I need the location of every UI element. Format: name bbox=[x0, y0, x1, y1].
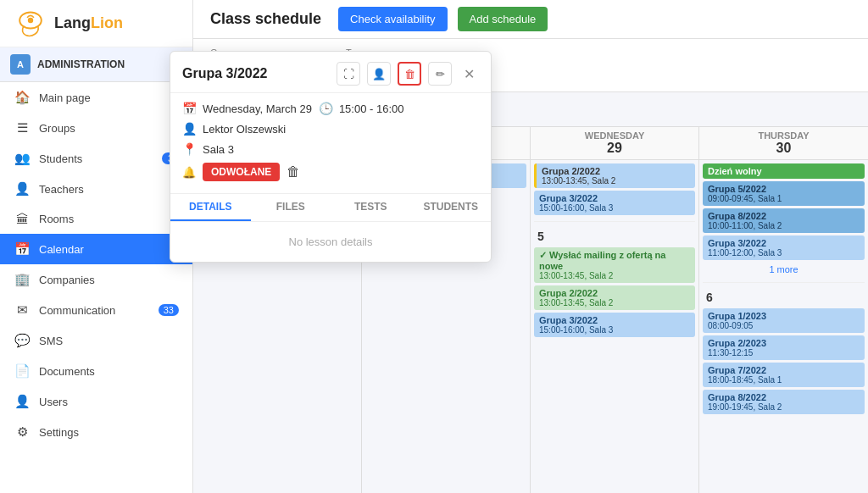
popup-body: 📅 Wednesday, March 29 🕒 15:00 - 16:00 👤 … bbox=[170, 93, 491, 193]
cal-col-thursday: THURSDAY 30 Dzień wolnyGrupa 5/202209:00… bbox=[699, 127, 868, 493]
nav-label-companies: Companies bbox=[39, 274, 179, 286]
popup-teacher-row: 👤 Lektor Olszewski bbox=[182, 122, 479, 136]
event-item[interactable]: Grupa 8/202219:00-19:45, Sala 2 bbox=[703, 390, 865, 414]
event-item[interactable]: ✓ Wysłać mailing z ofertą na nowe13:00-1… bbox=[534, 247, 695, 283]
page-title: Class schedule bbox=[210, 10, 321, 28]
fullscreen-button[interactable]: ⛶ bbox=[337, 62, 360, 86]
event-item[interactable]: Grupa 2/202213:00-13:45, Sala 2 bbox=[534, 285, 695, 310]
logo-text: LangLion bbox=[54, 14, 123, 32]
sidebar-item-main-page[interactable]: 🏠 Main page bbox=[0, 82, 192, 113]
sidebar-item-users[interactable]: 👤 Users bbox=[0, 386, 192, 417]
nav-label-rooms: Rooms bbox=[39, 213, 179, 225]
person-icon: 👤 bbox=[182, 122, 196, 136]
nav-icon-communication: ✉ bbox=[14, 302, 31, 318]
sidebar-item-companies[interactable]: 🏢 Companies bbox=[0, 264, 192, 295]
nav-list: 🏠 Main page ☰ Groups 👥 Students 3 👤 Teac… bbox=[0, 82, 192, 447]
nav-icon-users: 👤 bbox=[14, 394, 31, 409]
sidebar-item-students[interactable]: 👥 Students 3 bbox=[0, 143, 192, 174]
sidebar-item-settings[interactable]: ⚙ Settings bbox=[0, 417, 192, 447]
admin-label: ADMINISTRATION bbox=[37, 58, 178, 70]
popup-tab-details[interactable]: DETAILS bbox=[170, 194, 251, 221]
nav-label-sms: SMS bbox=[39, 335, 179, 347]
popup-room: Sala 3 bbox=[203, 143, 234, 156]
popup-date: Wednesday, March 29 bbox=[203, 102, 312, 115]
day-name-3: THURSDAY bbox=[706, 130, 861, 141]
status-badge: ODWOŁANE bbox=[203, 163, 280, 181]
delete-button[interactable]: 🗑 bbox=[398, 62, 421, 86]
popup-tab-students[interactable]: STUDENTS bbox=[411, 194, 492, 221]
popup-tab-content: No lesson details bbox=[170, 221, 491, 262]
nav-icon-documents: 📄 bbox=[14, 363, 31, 379]
nav-label-documents: Documents bbox=[39, 365, 179, 378]
clock-icon: 🕒 bbox=[319, 102, 332, 115]
svg-point-1 bbox=[28, 17, 33, 22]
event-item[interactable]: Grupa 1/202308:00-09:05 bbox=[703, 308, 865, 333]
nav-icon-companies: 🏢 bbox=[14, 272, 31, 287]
popup-time: 15:00 - 16:00 bbox=[339, 102, 404, 115]
sidebar-item-documents[interactable]: 📄 Documents bbox=[0, 356, 192, 386]
close-button[interactable]: ✕ bbox=[459, 64, 479, 84]
event-popup[interactable]: Grupa 3/2022 ⛶ 👤 🗑 ✏ ✕ 📅 Wednesday, Marc… bbox=[170, 51, 492, 263]
nav-icon-calendar: 📅 bbox=[14, 241, 31, 257]
logo-image bbox=[14, 7, 47, 41]
nav-label-teachers: Teachers bbox=[39, 183, 179, 196]
calendar-small-icon: 📅 bbox=[182, 102, 196, 115]
event-item[interactable]: Grupa 2/202311:30-12:15 bbox=[703, 335, 865, 360]
popup-teacher: Lektor Olszewski bbox=[203, 123, 286, 136]
popup-tab-files[interactable]: FILES bbox=[251, 194, 331, 221]
admin-avatar: A bbox=[10, 54, 31, 75]
nav-label-users: Users bbox=[39, 396, 179, 408]
sidebar-item-sms[interactable]: 💬 SMS bbox=[0, 325, 192, 356]
sidebar-item-communication[interactable]: ✉ Communication 33 bbox=[0, 295, 192, 325]
nav-label-calendar: Calendar bbox=[39, 243, 179, 256]
nav-icon-students: 👥 bbox=[14, 151, 31, 166]
cal-events-3: Dzień wolnyGrupa 5/202209:00-09:45, Sala… bbox=[699, 160, 868, 493]
add-person-button[interactable]: 👤 bbox=[367, 62, 391, 86]
popup-room-row: 📍 Sala 3 bbox=[182, 142, 479, 156]
edit-button[interactable]: ✏ bbox=[428, 62, 452, 86]
admin-section[interactable]: A ADMINISTRATION ▾ bbox=[0, 47, 192, 82]
sidebar-item-groups[interactable]: ☰ Groups bbox=[0, 113, 192, 143]
cal-header-2: WEDNESDAY 29 bbox=[531, 127, 698, 160]
nav-label-settings: Settings bbox=[39, 426, 179, 439]
nav-label-groups: Groups bbox=[39, 122, 179, 135]
popup-tags: 🔔 ODWOŁANE 🗑 bbox=[182, 163, 479, 181]
event-item[interactable]: Grupa 3/202215:00-16:00, Sala 3 bbox=[534, 191, 695, 215]
more-link[interactable]: 1 more bbox=[703, 263, 865, 276]
event-item[interactable]: Grupa 7/202218:00-18:45, Sala 1 bbox=[703, 363, 865, 387]
check-availability-button[interactable]: Check availability bbox=[338, 7, 447, 31]
popup-tab-tests[interactable]: TESTS bbox=[331, 194, 411, 221]
cal-col-wednesday: WEDNESDAY 29 Grupa 2/202213:00-13:45, Sa… bbox=[531, 127, 699, 493]
bell-icon: 🔔 bbox=[182, 166, 196, 179]
nav-icon-groups: ☰ bbox=[14, 120, 31, 136]
cal-events-2: Grupa 2/202213:00-13:45, Sala 2Grupa 3/2… bbox=[531, 160, 698, 493]
nav-icon-main-page: 🏠 bbox=[14, 90, 31, 105]
nav-icon-teachers: 👤 bbox=[14, 181, 31, 197]
logo-area: LangLion bbox=[0, 0, 192, 47]
popup-title: Grupa 3/2022 bbox=[182, 66, 330, 81]
event-item[interactable]: Grupa 8/202210:00-11:00, Sala 2 bbox=[703, 208, 865, 233]
location-icon: 📍 bbox=[182, 142, 196, 156]
sidebar-item-calendar[interactable]: 📅 Calendar bbox=[0, 234, 192, 264]
badge-communication: 33 bbox=[159, 304, 179, 316]
trash-icon[interactable]: 🗑 bbox=[287, 164, 300, 180]
add-schedule-button[interactable]: Add schedule bbox=[458, 7, 548, 31]
event-item[interactable]: Grupa 2/202213:00-13:45, Sala 2 bbox=[534, 163, 695, 188]
nav-icon-rooms: 🏛 bbox=[14, 212, 31, 226]
top-bar: Class schedule Check availability Add sc… bbox=[193, 0, 868, 39]
sidebar-item-teachers[interactable]: 👤 Teachers bbox=[0, 174, 192, 204]
day-num-2: 29 bbox=[537, 141, 692, 156]
event-item[interactable]: Grupa 5/202209:00-09:45, Sala 1 bbox=[703, 181, 865, 206]
sidebar-item-rooms[interactable]: 🏛 Rooms bbox=[0, 204, 192, 234]
event-item[interactable]: Grupa 3/202215:00-16:00, Sala 3 bbox=[534, 313, 695, 337]
day-name-2: WEDNESDAY bbox=[537, 130, 692, 141]
nav-icon-sms: 💬 bbox=[14, 333, 31, 348]
nav-label-main-page: Main page bbox=[39, 91, 179, 104]
nav-label-students: Students bbox=[39, 152, 162, 165]
event-item[interactable]: Grupa 3/202211:00-12:00, Sala 3 bbox=[703, 235, 865, 260]
popup-tabs: DETAILSFILESTESTSSTUDENTS bbox=[170, 193, 491, 221]
event-item[interactable]: Dzień wolny bbox=[703, 163, 865, 179]
sidebar: LangLion A ADMINISTRATION ▾ 🏠 Main page … bbox=[0, 0, 193, 493]
popup-header: Grupa 3/2022 ⛶ 👤 🗑 ✏ ✕ bbox=[170, 52, 491, 93]
nav-icon-settings: ⚙ bbox=[14, 424, 31, 440]
